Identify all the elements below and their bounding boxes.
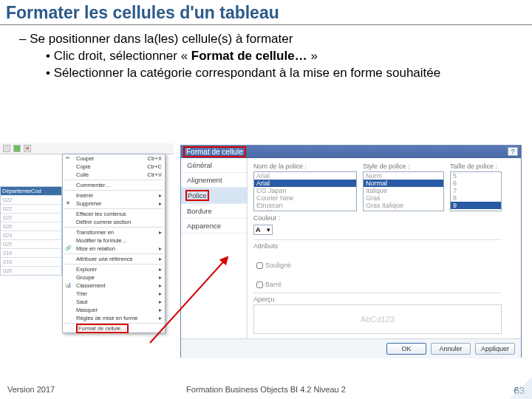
listbox-option[interactable]: 10 — [451, 209, 501, 211]
menu-item-label: Trier — [76, 290, 87, 297]
slide-body: – Se positionner dans la(les) cellule(s)… — [0, 25, 532, 82]
listbox-option[interactable]: 7 — [451, 187, 501, 194]
listbox-option[interactable]: CG Japan — [254, 187, 356, 194]
font-style-label: Style de police : — [363, 163, 444, 170]
table-row: 026 — [1, 266, 61, 275]
menu-item-label: Masquer — [76, 307, 98, 313]
menu-item-icon — [64, 325, 72, 332]
dialog-category-item[interactable]: Bordure — [181, 204, 247, 219]
menu-item-icon — [64, 192, 72, 200]
preview-box: AbCd123 — [253, 304, 502, 334]
chevron-right-icon: ▸ — [159, 282, 162, 289]
context-menu-item[interactable]: Saut▸ — [63, 298, 165, 306]
listbox-option[interactable]: 9 — [451, 202, 501, 209]
page-curl-decoration — [510, 377, 532, 399]
context-menu-item[interactable]: Trier▸ — [63, 290, 165, 298]
context-menu-item[interactable]: Groupe▸ — [63, 273, 165, 282]
context-menu-item[interactable]: Transformer en▸ — [63, 228, 165, 236]
context-menu-item[interactable]: Attribuer une référence▸ — [63, 255, 165, 263]
menu-item-label: Format de cellule… — [76, 325, 129, 332]
listbox-option[interactable]: 8 — [451, 194, 501, 202]
menu-item-label: Commenter… — [76, 182, 111, 188]
listbox-option[interactable]: Arial — [254, 180, 356, 187]
apply-button[interactable]: Appliquer — [475, 343, 515, 355]
color-picker[interactable]: A ▾ — [253, 225, 273, 235]
menu-item-icon — [64, 290, 72, 298]
context-menu-item[interactable]: Insérer▸ — [63, 191, 165, 200]
context-menu-item[interactable]: Définir comme section — [63, 218, 165, 226]
context-menu-item[interactable]: 🔗Mise en relation▸ — [63, 245, 165, 253]
format-cell-dialog: Format de cellule ? GénéralAlignementPol… — [180, 145, 522, 358]
menu-item-label: Classement — [76, 282, 106, 289]
menu-item-label: Colle — [76, 171, 89, 178]
listbox-option[interactable]: Gras — [364, 194, 443, 202]
context-menu-item[interactable]: Effacer les contenus — [63, 210, 165, 218]
context-menu-item[interactable]: ✕Supprimer▸ — [63, 200, 165, 208]
cancel-button[interactable]: Annuler — [431, 343, 471, 355]
menu-item-icon: 🔗 — [64, 245, 72, 253]
underline-checkbox[interactable]: Souligné — [256, 251, 291, 279]
chevron-right-icon: ▸ — [159, 192, 162, 199]
listbox-option[interactable]: Normal — [364, 180, 443, 187]
menu-item-icon — [64, 171, 72, 179]
font-size-label: Taille de police : — [450, 163, 502, 170]
menu-item-label: Explorer — [76, 266, 97, 273]
menu-item-label: Modifier la formule… — [76, 237, 127, 244]
dialog-title: Format de cellule — [183, 146, 246, 157]
context-menu-item[interactable]: ColleCtr+V — [63, 171, 165, 179]
menu-item-label: Insérer — [76, 192, 93, 199]
help-icon[interactable]: ? — [508, 147, 518, 156]
chevron-right-icon: ▸ — [159, 200, 162, 207]
menu-item-icon — [64, 256, 72, 263]
table-row: 025 — [1, 239, 61, 248]
dialog-category-item[interactable]: Apparence — [181, 219, 247, 233]
context-menu-item[interactable]: Masquer▸ — [63, 306, 165, 314]
listbox-option[interactable]: 5 — [451, 172, 501, 180]
listbox-option[interactable]: Gothk L — [254, 209, 356, 211]
chevron-right-icon: ▸ — [159, 307, 162, 313]
formula-toolbar: × — [0, 143, 174, 154]
context-menu-item[interactable]: 📊Classement▸ — [63, 282, 165, 290]
confirm-icon[interactable] — [13, 145, 21, 152]
context-menu-item[interactable]: Modifier la formule… — [63, 236, 165, 245]
chevron-right-icon: ▸ — [159, 229, 162, 236]
table-row: 024 — [1, 231, 61, 239]
listbox-option[interactable]: Etruscan — [254, 202, 356, 209]
menu-item-icon: 📊 — [64, 282, 72, 290]
font-size-listbox[interactable]: 567891011 — [450, 171, 502, 211]
ok-button[interactable]: OK — [386, 343, 426, 355]
dialog-category-item[interactable]: Général — [181, 158, 247, 173]
context-menu-item[interactable]: Format de cellule… — [63, 324, 165, 332]
preview-header: Aperçu — [253, 293, 502, 303]
menu-item-label: Définir comme section — [76, 219, 131, 225]
listbox-option[interactable]: Italique — [364, 187, 443, 194]
cancel-icon[interactable]: × — [24, 145, 31, 152]
chevron-right-icon: ▸ — [159, 256, 162, 262]
menu-item-icon — [64, 163, 72, 171]
toolbar-button[interactable] — [3, 145, 10, 152]
font-name-label: Nom de la police : — [253, 163, 357, 170]
font-style-listbox[interactable]: NormNormalItaliqueGrasGras Italique — [363, 171, 444, 211]
context-menu-item[interactable]: Règles de mise en forme▸ — [63, 314, 165, 322]
strikethrough-checkbox[interactable]: Barré — [256, 281, 282, 288]
listbox-option[interactable]: 6 — [451, 180, 501, 187]
listbox-option[interactable]: Courier New — [254, 194, 356, 202]
menu-item-icon — [64, 299, 72, 306]
context-menu-item[interactable]: Explorer▸ — [63, 265, 165, 273]
dialog-category-item[interactable]: Alignement — [181, 173, 247, 188]
menu-item-label: Mise en relation — [76, 245, 115, 252]
dialog-category-item[interactable]: Police — [181, 188, 247, 204]
listbox-option[interactable]: Arial — [254, 172, 356, 180]
chevron-right-icon: ▸ — [159, 315, 162, 321]
slide-footer: Version 2017 Formation Business Objects … — [0, 385, 532, 396]
context-menu-item[interactable]: ✂CouperCtr+X — [63, 154, 165, 163]
color-label: Couleur : — [253, 214, 281, 222]
context-menu-item[interactable]: CopieCtr+C — [63, 163, 165, 171]
menu-item-icon — [64, 266, 72, 273]
listbox-option[interactable]: Norm — [364, 172, 443, 180]
body-bullet-2: • Sélectionner la catégorie correspondan… — [46, 65, 502, 82]
font-name-listbox[interactable]: ArialArialCG JapanCourier NewEtruscanGot… — [253, 171, 357, 211]
menu-item-label: Attribuer une référence — [76, 256, 133, 262]
listbox-option[interactable]: Gras Italique — [364, 202, 443, 209]
context-menu-item[interactable]: Commenter… — [63, 181, 165, 189]
